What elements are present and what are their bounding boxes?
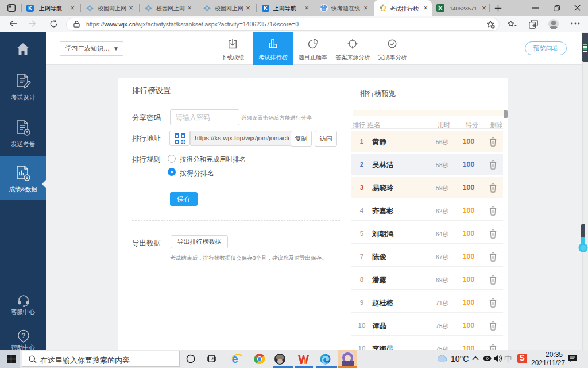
svg-text:?: ? bbox=[21, 332, 25, 340]
